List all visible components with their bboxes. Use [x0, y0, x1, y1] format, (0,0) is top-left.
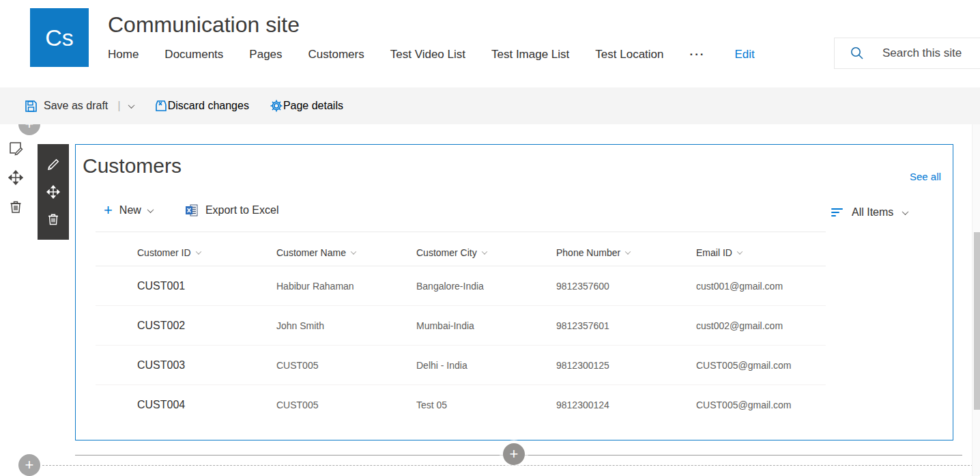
new-item-button[interactable]: + New [104, 204, 153, 216]
export-to-excel-button[interactable]: Export to Excel [185, 204, 279, 216]
save-as-draft-label: Save as draft [44, 100, 108, 112]
scrollbar-thumb[interactable] [974, 232, 980, 410]
column-header-customer-name[interactable]: Customer Name [276, 247, 416, 258]
view-filter-icon [831, 208, 843, 216]
customers-table: Customer ID Customer Name Customer City … [96, 232, 826, 425]
site-search-box[interactable]: Search this site [834, 38, 980, 69]
nav-item-home[interactable]: Home [108, 48, 139, 61]
cell-phone-number: 9812300124 [556, 400, 696, 410]
save-icon [25, 100, 38, 113]
see-all-link[interactable]: See all [910, 171, 941, 182]
move-section-icon[interactable] [8, 170, 23, 185]
delete-section-icon[interactable] [8, 199, 23, 214]
column-header-phone-number[interactable]: Phone Number [556, 247, 696, 258]
discard-changes-label: Discard changes [168, 100, 249, 112]
column-header-email-id[interactable]: Email ID [696, 247, 826, 258]
cell-phone-number: 9812300125 [556, 360, 696, 371]
plus-icon: + [104, 205, 113, 216]
cell-customer-name: John Smith [276, 320, 416, 331]
cell-customer-name: CUST005 [276, 360, 416, 371]
sort-chevron-icon [737, 249, 743, 254]
search-icon [850, 46, 865, 61]
page-command-bar: Save as draft | Discard changes Page det… [0, 87, 980, 124]
add-section-button[interactable]: + [18, 454, 40, 476]
save-options-chevron-icon[interactable] [128, 102, 134, 109]
section-tools [8, 141, 25, 214]
cell-email-id: CUST005@gmail.com [696, 360, 826, 371]
discard-icon [154, 99, 168, 113]
cell-customer-id: CUST002 [137, 320, 276, 332]
sort-chevron-icon [195, 249, 201, 254]
new-item-label: New [119, 204, 141, 216]
edit-section-icon[interactable] [8, 141, 23, 156]
cell-customer-city: Delhi - India [416, 360, 556, 371]
page-details-button[interactable]: Page details [270, 99, 343, 113]
page-details-label: Page details [283, 100, 343, 112]
top-navigation: Home Documents Pages Customers Test Vide… [108, 48, 755, 61]
excel-icon [185, 204, 199, 216]
sort-chevron-icon [625, 249, 631, 254]
new-item-chevron-icon [147, 206, 154, 213]
view-selector-label: All Items [852, 206, 893, 219]
column-header-customer-city[interactable]: Customer City [416, 247, 556, 258]
cell-customer-name: CUST005 [276, 400, 416, 410]
webpart-toolbar [38, 144, 69, 240]
table-row[interactable]: CUST003 CUST005 Delhi - India 9812300125… [96, 346, 826, 385]
nav-overflow-button[interactable]: ··· [690, 48, 706, 61]
nav-item-documents[interactable]: Documents [164, 48, 223, 61]
cell-customer-id: CUST001 [137, 280, 276, 292]
nav-item-test-image-list[interactable]: Test Image List [491, 48, 569, 61]
export-to-excel-label: Export to Excel [205, 204, 279, 216]
cell-customer-city: Bangalore-India [416, 281, 556, 292]
sort-chevron-icon [351, 249, 356, 254]
search-placeholder: Search this site [882, 46, 962, 60]
nav-item-customers[interactable]: Customers [308, 48, 364, 61]
table-header-row: Customer ID Customer Name Customer City … [96, 232, 826, 266]
gear-icon [270, 99, 283, 113]
save-as-draft-button[interactable]: Save as draft | [25, 99, 134, 113]
nav-edit-link[interactable]: Edit [735, 48, 755, 61]
nav-item-pages[interactable]: Pages [249, 48, 282, 61]
site-logo[interactable]: Cs [30, 8, 89, 67]
nav-item-test-video-list[interactable]: Test Video List [390, 48, 465, 61]
nav-item-test-location[interactable]: Test Location [595, 48, 663, 61]
column-header-customer-id[interactable]: Customer ID [137, 247, 276, 258]
edit-webpart-icon[interactable] [46, 158, 60, 171]
view-selector-chevron-icon [902, 208, 909, 215]
table-row[interactable]: CUST004 CUST005 Test 05 9812300124 CUST0… [96, 385, 826, 425]
vertical-scrollbar[interactable] [972, 124, 980, 476]
cell-phone-number: 9812357600 [556, 281, 696, 292]
site-title: Communication site [108, 12, 300, 38]
cell-customer-id: CUST003 [137, 359, 276, 372]
delete-webpart-icon[interactable] [46, 212, 60, 226]
cell-customer-id: CUST004 [137, 399, 276, 411]
view-selector-button[interactable]: All Items [831, 206, 908, 219]
list-command-bar: + New Export to Excel [104, 204, 278, 216]
move-webpart-icon[interactable] [46, 185, 60, 199]
sort-chevron-icon [481, 249, 487, 254]
cell-customer-name: Habibur Rahaman [276, 281, 416, 292]
cell-customer-city: Mumbai-India [416, 320, 556, 331]
cell-email-id: CUST005@gmail.com [696, 400, 826, 410]
section-drop-zone-divider [42, 465, 980, 466]
table-row[interactable]: CUST002 John Smith Mumbai-India 98123576… [96, 306, 826, 346]
page: Cs Communication site Home Documents Pag… [0, 0, 980, 476]
command-separator: | [117, 99, 120, 113]
table-row[interactable]: CUST001 Habibur Rahaman Bangalore-India … [96, 266, 826, 306]
discard-changes-button[interactable]: Discard changes [154, 99, 249, 113]
cell-email-id: cust002@gmail.com [696, 320, 826, 331]
webpart-title: Customers [83, 154, 182, 178]
add-webpart-button[interactable]: + [503, 443, 525, 465]
cell-phone-number: 9812357601 [556, 320, 696, 331]
cell-customer-city: Test 05 [416, 400, 556, 410]
cell-email-id: cust001@gmail.com [696, 281, 826, 292]
